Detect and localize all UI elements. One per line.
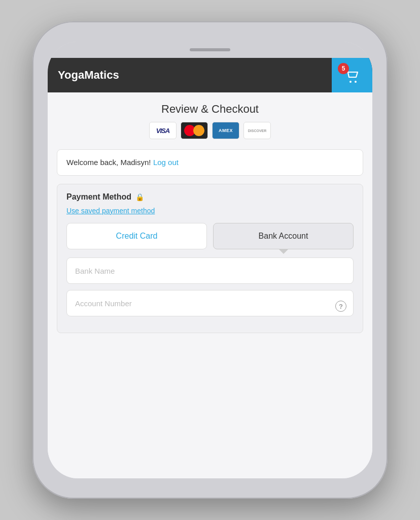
payment-section-title: Payment Method — [66, 192, 131, 202]
visa-logo: VISA — [149, 122, 177, 139]
saved-method-link[interactable]: Use saved payment method — [66, 207, 354, 215]
svg-point-0 — [349, 81, 352, 83]
cart-badge: 5 — [338, 63, 349, 74]
bank-account-tab[interactable]: Bank Account — [213, 223, 354, 249]
logout-link[interactable]: Log out — [153, 158, 179, 167]
header-title-area: YogaMatics — [48, 58, 332, 92]
cart-area[interactable]: 5 — [332, 58, 372, 92]
welcome-box: Welcome back, Madisyn! Log out — [57, 149, 363, 176]
phone-inner: YogaMatics 5 Review & Checkout — [48, 42, 372, 478]
welcome-text: Welcome back, Madisyn! — [66, 158, 151, 167]
discover-logo: DISCOVER — [243, 122, 271, 139]
bottom-padding — [66, 322, 354, 333]
payment-header: Payment Method 🔒 — [66, 192, 354, 202]
screen: YogaMatics 5 Review & Checkout — [48, 58, 372, 478]
payment-method-box: Payment Method 🔒 Use saved payment metho… — [57, 184, 363, 333]
help-icon[interactable]: ? — [335, 301, 346, 312]
app-title: YogaMatics — [58, 69, 119, 82]
payment-tabs: Credit Card Bank Account — [66, 223, 354, 249]
notch-pill — [190, 48, 230, 51]
notch-bar — [48, 42, 372, 58]
content-area: Review & Checkout VISA AMEX DISCOVER — [48, 92, 372, 478]
credit-card-tab[interactable]: Credit Card — [66, 223, 207, 249]
account-number-wrapper: ? — [66, 290, 354, 322]
lock-icon: 🔒 — [135, 193, 144, 201]
account-number-input[interactable] — [66, 290, 354, 316]
mastercard-logo — [181, 122, 208, 139]
app-header: YogaMatics 5 — [48, 58, 372, 92]
card-logos: VISA AMEX DISCOVER — [57, 122, 363, 139]
bank-name-input[interactable] — [66, 257, 354, 284]
page-title: Review & Checkout — [57, 103, 363, 116]
phone-frame: YogaMatics 5 Review & Checkout — [32, 21, 388, 499]
svg-point-1 — [355, 81, 357, 83]
amex-logo: AMEX — [212, 122, 239, 139]
